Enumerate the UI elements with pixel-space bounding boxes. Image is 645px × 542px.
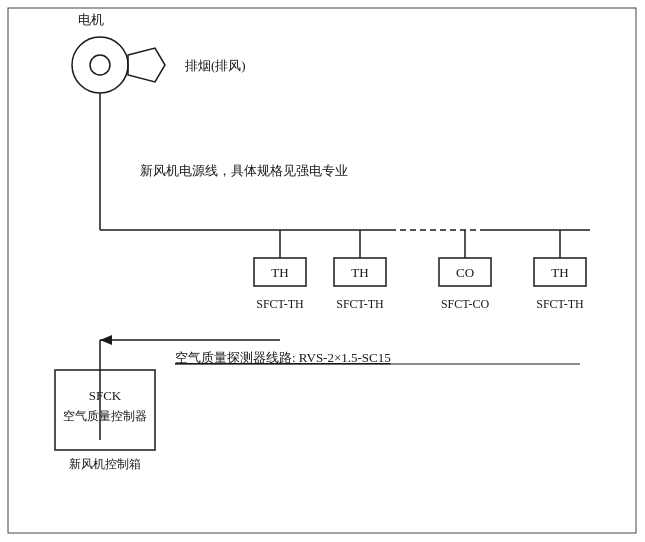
sensor1-name: SFCT-TH xyxy=(256,297,304,311)
air-quality-line-label: 空气质量探测器线路: RVS-2×1.5-SC15 xyxy=(175,350,391,365)
power-line-label: 新风机电源线，具体规格见强电专业 xyxy=(140,163,348,178)
sensor3-label: CO xyxy=(456,265,474,280)
controller-desc: 空气质量控制器 xyxy=(63,409,147,423)
diagram-container: 电机 排烟(排风) 新风机电源线，具体规格见强电专业 TH SFCT-TH TH… xyxy=(0,0,645,542)
sensor3-name: SFCT-CO xyxy=(441,297,490,311)
svg-marker-18 xyxy=(100,335,112,345)
motor-label: 电机 xyxy=(78,12,104,27)
sensor4-label: TH xyxy=(551,265,568,280)
exhaust-label: 排烟(排风) xyxy=(185,58,246,73)
sensor4-name: SFCT-TH xyxy=(536,297,584,311)
sensor2-name: SFCT-TH xyxy=(336,297,384,311)
svg-rect-20 xyxy=(8,8,636,533)
svg-point-1 xyxy=(90,55,110,75)
control-box-name: 新风机控制箱 xyxy=(69,457,141,471)
svg-point-0 xyxy=(72,37,128,93)
sensor1-label: TH xyxy=(271,265,288,280)
controller-box-label: SFCK xyxy=(89,388,122,403)
sensor2-label: TH xyxy=(351,265,368,280)
